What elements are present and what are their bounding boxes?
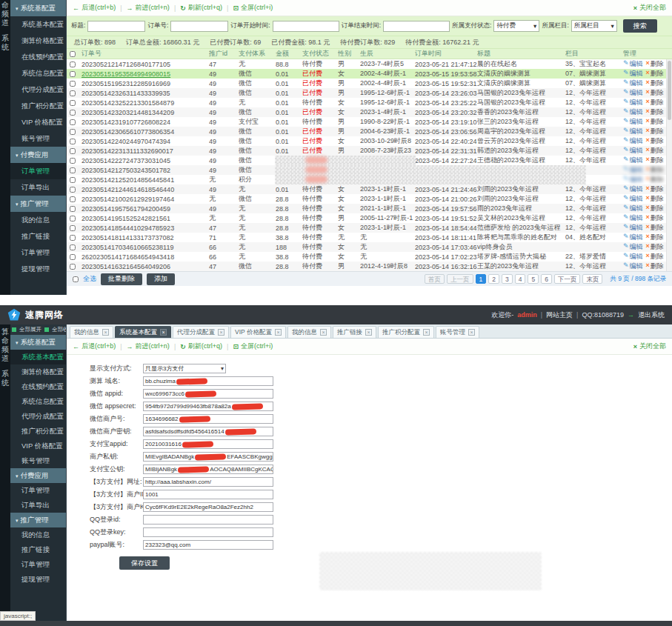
- delete-link[interactable]: ×删除: [646, 69, 664, 79]
- col-birth[interactable]: 生辰: [360, 49, 415, 59]
- logout-link[interactable]: 退出系统: [638, 310, 665, 320]
- table-row[interactable]: 202305151953584994908015 49 微信 0.01 已付费 …: [67, 69, 672, 79]
- table-row[interactable]: 2023051418544410294785923 47 无 28.8 待付费 …: [67, 223, 672, 233]
- tab[interactable]: 推广链接 ×: [333, 326, 376, 338]
- page-button[interactable]: 首页: [425, 274, 445, 284]
- page-button[interactable]: 末页: [582, 274, 602, 284]
- delete-link[interactable]: ×删除: [646, 223, 664, 233]
- delete-link[interactable]: ×删除: [646, 184, 664, 194]
- form-input[interactable]: 954fb972d799d99463fb878a82a ▾: [143, 402, 273, 411]
- add-button[interactable]: 添加: [147, 273, 175, 285]
- tab-close-icon[interactable]: ×: [468, 329, 475, 336]
- edit-link[interactable]: ✎编辑: [623, 262, 643, 271]
- row-checkbox[interactable]: [70, 235, 76, 241]
- status-filter-select[interactable]: 待付费▾: [493, 20, 539, 32]
- sidebar-item[interactable]: ▾推广链接: [10, 542, 66, 557]
- back-button[interactable]: ←后退(ctrl+b): [73, 342, 116, 351]
- form-input[interactable]: 232323@qq.com ▾: [143, 540, 273, 550]
- delete-link[interactable]: ×删除: [646, 262, 664, 271]
- delete-link[interactable]: ×删除: [646, 136, 664, 146]
- edit-link[interactable]: ✎编辑: [623, 175, 643, 184]
- table-row[interactable]: 202305141957561794200459 49 无 28.8 待付费 女…: [67, 204, 672, 213]
- close-all-button[interactable]: ×关闭全部: [633, 3, 666, 13]
- sidebar-item[interactable]: ▾我的信息: [10, 212, 66, 228]
- select-all-footer-checkbox[interactable]: [73, 276, 79, 282]
- edit-link[interactable]: ✎编辑: [623, 79, 643, 88]
- sidebar-item[interactable]: ▾系统信息配置: [10, 65, 66, 81]
- sidebar-item[interactable]: ▾系统基配置: [10, 335, 66, 350]
- channel-tab[interactable]: 系统: [0, 34, 10, 52]
- tab[interactable]: 我的信息 ×: [70, 326, 113, 338]
- sidebar-item[interactable]: ▾测算价格配置: [10, 364, 66, 379]
- channel-tab[interactable]: 算命频道: [0, 0, 10, 27]
- page-button[interactable]: 6: [541, 274, 552, 284]
- refresh-button[interactable]: ↻刷新(ctrl+q): [180, 342, 222, 351]
- row-checkbox[interactable]: [70, 100, 76, 106]
- delete-link[interactable]: ×删除: [646, 59, 664, 69]
- delete-link[interactable]: ×删除: [646, 79, 664, 88]
- sidebar-item[interactable]: ▾代理分成配置: [10, 81, 66, 98]
- tab-close-icon[interactable]: ×: [275, 329, 282, 336]
- edit-link[interactable]: ✎编辑: [623, 165, 643, 175]
- row-checkbox[interactable]: [70, 158, 76, 164]
- row-checkbox[interactable]: [70, 254, 76, 260]
- table-row[interactable]: 202305151952312285916969 49 微信 0.01 已付费 …: [67, 79, 672, 88]
- sidebar-item[interactable]: ▾推广积分配置: [10, 424, 66, 439]
- tab-close-icon[interactable]: ×: [365, 329, 372, 336]
- col-amount[interactable]: 金额: [276, 49, 302, 59]
- table-row[interactable]: 202305212147126840177105 47 无 88.8 待付费 男…: [67, 59, 672, 69]
- col-order-time[interactable]: 订单时间: [415, 49, 477, 59]
- form-input[interactable]: ▾: [143, 515, 273, 525]
- sidebar-item[interactable]: ▾订单导出: [10, 498, 66, 513]
- edit-link[interactable]: ✎编辑: [623, 59, 643, 69]
- sidebar-item[interactable]: ▾系统基本配置: [10, 350, 66, 364]
- tab[interactable]: 推广积分配置 ×: [378, 326, 434, 338]
- page-button[interactable]: 上一页: [447, 274, 473, 284]
- sidebar-item[interactable]: ▾VIP 价格配置: [10, 114, 66, 130]
- row-checkbox[interactable]: [70, 206, 76, 212]
- row-checkbox[interactable]: [70, 225, 76, 231]
- category-filter-select[interactable]: 所属栏目▾: [571, 20, 617, 32]
- edit-link[interactable]: ✎编辑: [623, 213, 643, 223]
- delete-link[interactable]: ×删除: [646, 156, 664, 165]
- table-row[interactable]: 2023051423065610773806354 49 微信 0.01 已付费…: [67, 127, 672, 136]
- form-input[interactable]: Cyc6fFKd9rE2E2kRegeRaO8a2Fez2hh2 ▾: [143, 502, 273, 512]
- tab[interactable]: VIP 价格配置 ×: [230, 326, 286, 338]
- sidebar-item[interactable]: ▾付费应用: [10, 147, 66, 163]
- tab-close-icon[interactable]: ×: [423, 329, 430, 336]
- form-input[interactable]: 1634696682 ▾: [143, 414, 273, 424]
- row-checkbox[interactable]: [70, 119, 76, 125]
- title-filter-input[interactable]: [87, 21, 145, 32]
- row-checkbox[interactable]: [70, 244, 76, 250]
- row-checkbox[interactable]: [70, 139, 76, 144]
- sidebar-item[interactable]: ▾推广管理: [10, 513, 66, 527]
- page-button[interactable]: 4: [515, 274, 526, 284]
- sidebar-item[interactable]: ▾订单管理: [10, 557, 66, 572]
- expand-all-button[interactable]: 全部展开: [19, 326, 41, 333]
- edit-link[interactable]: ✎编辑: [623, 242, 643, 252]
- delete-link[interactable]: ×删除: [646, 204, 664, 213]
- collapse-all-button[interactable]: 全部收起: [52, 326, 66, 333]
- form-input[interactable]: asfdsafsdsdffsdfd5456416514 ▾: [143, 427, 273, 436]
- select-all-label[interactable]: 全选: [83, 274, 96, 284]
- row-checkbox[interactable]: [70, 148, 76, 154]
- edit-link[interactable]: ✎编辑: [623, 233, 643, 242]
- table-row[interactable]: 2023051418114133173737082 71 无 38.8 待付费 …: [67, 233, 672, 242]
- sidebar-item[interactable]: ▾在线预约配置: [10, 379, 66, 394]
- table-row[interactable]: 2023051423203214481344209 49 微信 0.01 已付费…: [67, 107, 672, 117]
- edit-link[interactable]: ✎编辑: [623, 184, 643, 194]
- tab-close-icon[interactable]: ×: [160, 329, 167, 336]
- end-time-input[interactable]: [383, 21, 450, 32]
- edit-link[interactable]: ✎编辑: [623, 146, 643, 156]
- sidebar-item[interactable]: ▾系统基本配置: [10, 16, 66, 33]
- sidebar-item[interactable]: ▾订单管理: [10, 163, 66, 179]
- sidebar-item[interactable]: ▾代理分成配置: [10, 409, 66, 424]
- sidebar-item[interactable]: ▾提现管理: [10, 261, 66, 277]
- edit-link[interactable]: ✎编辑: [623, 252, 643, 262]
- sidebar-item[interactable]: ▾系统基配置: [10, 0, 66, 16]
- page-button[interactable]: 下一页: [554, 274, 581, 284]
- order-filter-input[interactable]: [170, 21, 228, 32]
- sidebar-item[interactable]: ▾系统信息配置: [10, 394, 66, 409]
- edit-link[interactable]: ✎编辑: [623, 156, 643, 165]
- delete-link[interactable]: ×删除: [646, 127, 664, 136]
